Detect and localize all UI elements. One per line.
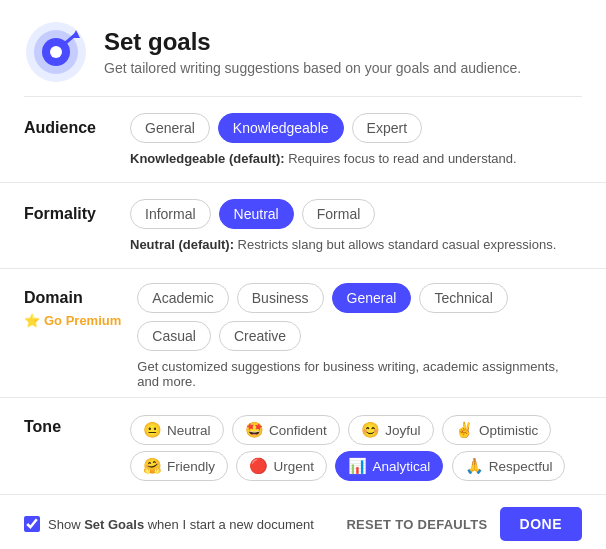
formality-label: Formality <box>24 199 114 223</box>
urgent-emoji: 🔴 <box>249 457 268 475</box>
formality-btn-neutral[interactable]: Neutral <box>219 199 294 229</box>
domain-description: Get customized suggestions for business … <box>137 359 582 389</box>
optimistic-emoji: ✌️ <box>455 421 474 439</box>
show-goals-checkbox[interactable] <box>24 516 40 532</box>
formality-section: Formality Informal Neutral Formal Neutra… <box>0 183 606 269</box>
friendly-label: Friendly <box>167 459 215 474</box>
formality-content: Informal Neutral Formal Neutral (default… <box>130 199 582 252</box>
tone-btn-confident[interactable]: 🤩 Confident <box>232 415 340 445</box>
audience-btn-knowledgeable[interactable]: Knowledgeable <box>218 113 344 143</box>
footer-checkbox-label: Show Set Goals when I start a new docume… <box>48 517 314 532</box>
friendly-emoji: 🤗 <box>143 457 162 475</box>
domain-btn-creative[interactable]: Creative <box>219 321 301 351</box>
joyful-label: Joyful <box>385 423 420 438</box>
respectful-label: Respectful <box>489 459 553 474</box>
domain-content: Academic Business General Technical Casu… <box>137 283 582 389</box>
premium-label: Go Premium <box>44 313 121 328</box>
tone-btn-analytical[interactable]: 📊 Analytical <box>335 451 443 481</box>
audience-desc-text: Requires focus to read and understand. <box>285 151 517 166</box>
premium-icon: ⭐ <box>24 313 40 328</box>
formality-description: Neutral (default): Restricts slang but a… <box>130 237 582 252</box>
tone-btn-optimistic[interactable]: ✌️ Optimistic <box>442 415 551 445</box>
confident-label: Confident <box>269 423 327 438</box>
domain-btn-general[interactable]: General <box>332 283 412 313</box>
page-title: Set goals <box>104 28 521 56</box>
domain-btn-academic[interactable]: Academic <box>137 283 228 313</box>
audience-btn-expert[interactable]: Expert <box>352 113 422 143</box>
tone-label: Tone <box>24 412 114 436</box>
tone-btn-friendly[interactable]: 🤗 Friendly <box>130 451 228 481</box>
urgent-label: Urgent <box>273 459 314 474</box>
domain-btn-group: Academic Business General Technical Casu… <box>137 283 582 351</box>
analytical-label: Analytical <box>372 459 430 474</box>
confident-emoji: 🤩 <box>245 421 264 439</box>
audience-btn-general[interactable]: General <box>130 113 210 143</box>
page-subtitle: Get tailored writing suggestions based o… <box>104 60 521 76</box>
header-text: Set goals Get tailored writing suggestio… <box>104 28 521 76</box>
domain-btn-casual[interactable]: Casual <box>137 321 211 351</box>
done-button[interactable]: DONE <box>500 507 582 541</box>
domain-label-col: Domain ⭐ Go Premium <box>24 283 121 328</box>
neutral-label: Neutral <box>167 423 211 438</box>
tone-section: Tone 😐 Neutral 🤩 Confident 😊 Joyful ✌️ O… <box>0 398 606 494</box>
modal-container: Set goals Get tailored writing suggestio… <box>0 0 606 549</box>
audience-description: Knowledgeable (default): Requires focus … <box>130 151 582 166</box>
modal-footer: Show Set Goals when I start a new docume… <box>0 494 606 549</box>
formality-desc-text: Restricts slang but allows standard casu… <box>234 237 556 252</box>
formality-btn-informal[interactable]: Informal <box>130 199 211 229</box>
domain-btn-business[interactable]: Business <box>237 283 324 313</box>
respectful-emoji: 🙏 <box>465 457 484 475</box>
audience-section: Audience General Knowledgeable Expert Kn… <box>0 97 606 183</box>
audience-content: General Knowledgeable Expert Knowledgeab… <box>130 113 582 166</box>
go-premium-btn[interactable]: ⭐ Go Premium <box>24 313 121 328</box>
domain-section: Domain ⭐ Go Premium Academic Business Ge… <box>0 269 606 398</box>
audience-btn-group: General Knowledgeable Expert <box>130 113 582 143</box>
audience-desc-bold: Knowledgeable (default): <box>130 151 285 166</box>
domain-btn-technical[interactable]: Technical <box>419 283 507 313</box>
analytical-emoji: 📊 <box>348 457 367 475</box>
domain-label: Domain <box>24 283 121 307</box>
tone-btn-joyful[interactable]: 😊 Joyful <box>348 415 433 445</box>
formality-desc-bold: Neutral (default): <box>130 237 234 252</box>
svg-point-3 <box>50 46 62 58</box>
footer-right: RESET TO DEFAULTS DONE <box>346 507 582 541</box>
audience-label: Audience <box>24 113 114 137</box>
tone-btn-urgent[interactable]: 🔴 Urgent <box>236 451 327 481</box>
modal-header: Set goals Get tailored writing suggestio… <box>0 0 606 96</box>
goal-icon <box>24 20 88 84</box>
tone-buttons: 😐 Neutral 🤩 Confident 😊 Joyful ✌️ Optimi… <box>130 412 582 484</box>
footer-left: Show Set Goals when I start a new docume… <box>24 516 314 532</box>
reset-defaults-button[interactable]: RESET TO DEFAULTS <box>346 517 487 532</box>
tone-btn-neutral[interactable]: 😐 Neutral <box>130 415 224 445</box>
neutral-emoji: 😐 <box>143 421 162 439</box>
joyful-emoji: 😊 <box>361 421 380 439</box>
formality-btn-formal[interactable]: Formal <box>302 199 376 229</box>
footer-set-goals-link: Set Goals <box>84 517 144 532</box>
optimistic-label: Optimistic <box>479 423 538 438</box>
tone-btn-respectful[interactable]: 🙏 Respectful <box>452 451 566 481</box>
formality-btn-group: Informal Neutral Formal <box>130 199 582 229</box>
